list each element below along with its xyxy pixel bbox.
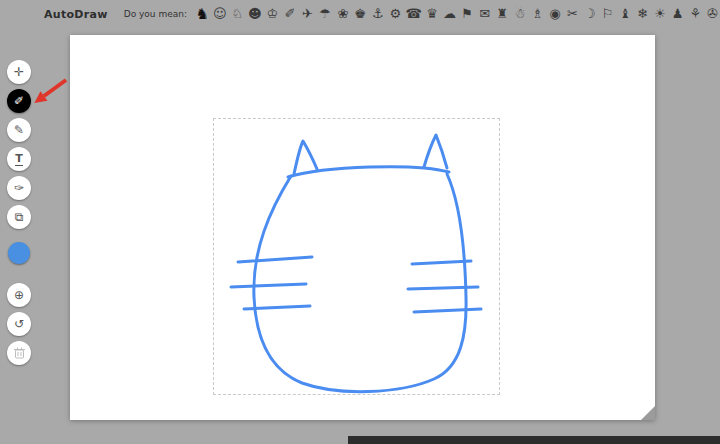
suggestion-pawn[interactable]: ♟ [670, 2, 685, 26]
select-tool[interactable]: ✛ [7, 60, 31, 84]
suggestion-moon[interactable]: ☽ [583, 2, 598, 26]
whisker-left-2 [231, 284, 306, 287]
suggestion-anchor[interactable]: ⚓ [370, 2, 385, 26]
cat-head-outline [254, 174, 466, 392]
magic-pen-icon: ✐ [14, 95, 24, 107]
shape-tool[interactable]: ⧉ [7, 205, 31, 229]
suggestion-snowflake[interactable]: ❄ [635, 2, 650, 26]
tool-sidebar: ✛ ✐ ✎ T ✑ ⧉ ⊕ ↺ [7, 60, 31, 370]
suggestion-white-flag[interactable]: ⚐ [600, 2, 615, 26]
shapes-icon: ⧉ [15, 211, 24, 223]
do-you-mean-label: Do you mean: [124, 9, 187, 19]
suggestion-plane[interactable]: ✈ [300, 2, 315, 26]
autodraw-tool[interactable]: ✐ [7, 89, 31, 113]
cat-head-top [288, 167, 449, 177]
whisker-right-1 [412, 261, 471, 264]
suggestion-pen[interactable]: ✐ [283, 2, 298, 26]
suggestion-cat-face[interactable]: ☺ [213, 2, 228, 26]
whisker-right-2 [408, 287, 478, 289]
suggestion-sun[interactable]: ☀ [653, 2, 668, 26]
suggestion-tape[interactable]: ✇ [705, 2, 720, 26]
zoom-tool[interactable]: ⊕ [7, 283, 31, 307]
suggestions: ♞☺♘☻♔✐✈☂❀♚⚓⚙☎♛☁⚑✉♜☃♗◉✂☽⚐♝❄☀♟⚘✇ [195, 0, 720, 28]
magnifier-icon: ⊕ [14, 289, 24, 301]
top-bar: AutoDraw Do you mean: ♞☺♘☻♔✐✈☂❀♚⚓⚙☎♛☁⚑✉♜… [0, 0, 720, 28]
draw-tool[interactable]: ✎ [7, 118, 31, 142]
suggestion-bishop-2[interactable]: ♝ [618, 2, 633, 26]
delete-button[interactable] [7, 341, 31, 365]
suggestion-flower[interactable]: ❀ [335, 2, 350, 26]
suggestion-face-filled[interactable]: ☻ [248, 2, 263, 26]
type-tool[interactable]: T [7, 147, 31, 171]
suggestion-rook[interactable]: ♜ [495, 2, 510, 26]
bottom-bar [348, 436, 720, 444]
whisker-right-3 [414, 309, 481, 312]
text-icon: T [15, 153, 23, 166]
drawing-canvas[interactable] [70, 35, 655, 420]
pencil-icon: ✎ [14, 124, 24, 136]
cat-sketch [70, 35, 655, 420]
whisker-left-1 [238, 257, 312, 262]
fill-icon: ✑ [14, 182, 24, 194]
suggestion-crown[interactable]: ♔ [265, 2, 280, 26]
suggestion-queen[interactable]: ♛ [425, 2, 440, 26]
suggestion-phone[interactable]: ☎ [406, 2, 422, 26]
suggestion-horse[interactable]: ♘ [230, 2, 245, 26]
suggestion-cloud[interactable]: ☁ [442, 2, 457, 26]
suggestion-umbrella[interactable]: ☂ [318, 2, 333, 26]
suggestion-bishop[interactable]: ♗ [530, 2, 545, 26]
annotation-arrow [28, 74, 72, 108]
suggestion-flower-2[interactable]: ⚘ [688, 2, 703, 26]
suggestion-snowman[interactable]: ☃ [512, 2, 527, 26]
app-title: AutoDraw [44, 8, 108, 21]
suggestion-king[interactable]: ♚ [353, 2, 368, 26]
suggestion-gear[interactable]: ⚙ [388, 2, 403, 26]
color-swatch[interactable] [8, 242, 30, 264]
suggestion-eye[interactable]: ◉ [548, 2, 563, 26]
suggestion-envelope[interactable]: ✉ [477, 2, 492, 26]
fill-tool[interactable]: ✑ [7, 176, 31, 200]
trash-icon [14, 347, 25, 359]
canvas-resize-handle[interactable] [641, 406, 655, 420]
suggestion-flag[interactable]: ⚑ [460, 2, 475, 26]
undo-button[interactable]: ↺ [7, 312, 31, 336]
cat-left-ear [294, 141, 317, 174]
suggestion-cat-silhouette[interactable]: ♞ [195, 2, 210, 26]
cat-right-ear [424, 135, 447, 168]
suggestion-scissors[interactable]: ✂ [565, 2, 580, 26]
undo-icon: ↺ [14, 318, 24, 330]
move-icon: ✛ [14, 66, 24, 78]
